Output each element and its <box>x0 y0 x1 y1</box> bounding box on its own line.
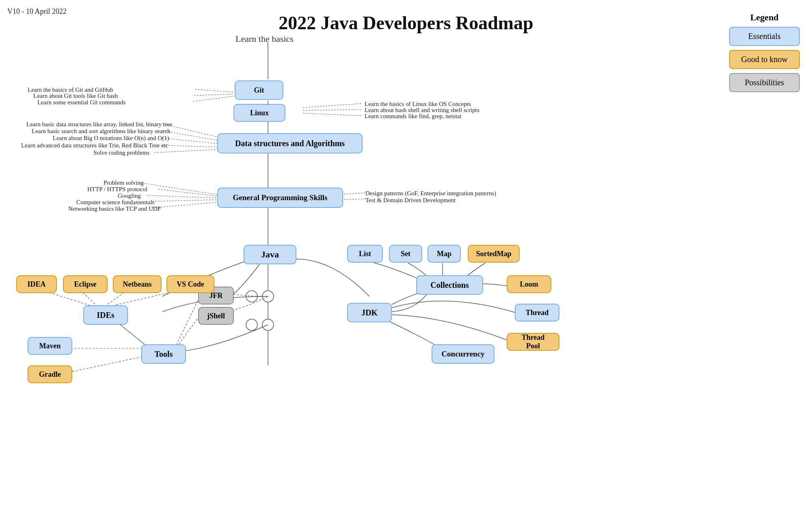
svg-line-13 <box>175 298 199 348</box>
git-label-2: Learn about Git tools like Git bash <box>33 93 118 99</box>
general-right-label-2: Test & Domain Driven Development <box>365 197 456 204</box>
svg-line-12 <box>63 355 149 374</box>
svg-line-19 <box>303 110 361 110</box>
thread-node: Thread <box>515 304 559 322</box>
dsa-label-2: Learn basic search and sort algorithms l… <box>32 128 171 135</box>
idea-node: IDEA <box>16 275 57 293</box>
general-right-label-1: Design patterns (GoF, Enterprise integra… <box>365 190 496 197</box>
svg-point-33 <box>246 291 257 302</box>
collections-node: Collections <box>416 275 483 295</box>
linux-node: Linux <box>233 104 285 122</box>
jshell-node: jShell <box>198 307 234 325</box>
set-node: Set <box>389 245 422 263</box>
general-label-5: Networking basics like TCP and UDP <box>68 205 161 212</box>
tools-node: Tools <box>141 344 186 364</box>
dsa-node: Data structures and Algorithms <box>217 133 363 153</box>
git-node: Git <box>235 80 283 100</box>
netbeans-node: Netbeans <box>113 275 162 293</box>
eclipse-node: Eclipse <box>63 275 108 293</box>
legend: Legend Essentials Good to know Possibili… <box>729 12 800 96</box>
list-node: List <box>347 245 383 263</box>
map-node: Map <box>428 245 461 263</box>
legend-possibilities: Possibilities <box>729 73 800 92</box>
svg-line-16 <box>194 94 234 95</box>
connection-lines <box>0 0 812 529</box>
svg-line-23 <box>162 138 218 144</box>
dsa-label-5: Solve coding problems <box>93 149 149 156</box>
svg-line-18 <box>303 104 361 108</box>
svg-line-6 <box>45 291 93 307</box>
git-label-3: Learn some essential Git commands <box>37 99 125 106</box>
svg-point-38 <box>262 291 274 302</box>
maven-node: Maven <box>28 337 72 355</box>
learn-basics-label: Learn the basics <box>235 34 294 44</box>
svg-line-26 <box>140 183 218 195</box>
sortedmap-node: SortedMap <box>468 245 520 263</box>
general-programming-node: General Programming Skills <box>217 188 343 208</box>
general-label-1: Problem solving <box>104 179 144 186</box>
svg-line-20 <box>303 113 361 116</box>
java-node: Java <box>244 245 296 264</box>
svg-line-15 <box>195 89 234 92</box>
general-label-4: Computer science fundamentals <box>76 199 154 206</box>
svg-line-17 <box>193 96 234 101</box>
svg-point-34 <box>246 319 257 330</box>
concurrency-node: Concurrency <box>432 344 495 364</box>
legend-title: Legend <box>729 12 800 23</box>
gradle-node: Gradle <box>28 365 72 383</box>
legend-good-to-know: Good to know <box>729 50 800 69</box>
vscode-node: VS Code <box>166 275 214 293</box>
main-title: 2022 Java Developers Roadmap <box>279 12 533 34</box>
ides-node: IDEs <box>83 305 128 325</box>
dsa-label-4: Learn advanced data structures like Trie… <box>21 142 168 149</box>
svg-line-25 <box>154 149 218 153</box>
dsa-label-3: Learn about Big O notations like O(n) an… <box>53 135 169 142</box>
svg-line-7 <box>81 291 97 307</box>
svg-line-22 <box>162 131 218 140</box>
svg-line-29 <box>152 200 218 201</box>
jdk-node: JDK <box>347 303 392 322</box>
loom-node: Loom <box>507 275 551 293</box>
svg-line-30 <box>152 202 218 208</box>
general-label-2: HTTP / HTTPS protocol <box>87 186 147 193</box>
version-label: V10 - 10 April 2022 <box>7 7 67 16</box>
svg-point-39 <box>262 319 274 330</box>
svg-line-24 <box>162 145 218 147</box>
svg-line-28 <box>146 195 218 198</box>
svg-line-8 <box>105 291 126 307</box>
general-label-3: Googling <box>118 192 141 199</box>
dsa-label-1: Learn basic data structures like array, … <box>26 121 172 128</box>
thread-pool-node: Thread Pool <box>507 333 559 351</box>
svg-line-27 <box>158 189 218 196</box>
legend-essentials: Essentials <box>729 27 800 46</box>
svg-line-9 <box>109 291 175 307</box>
linux-label-3: Learn commands like find, grep, netstat <box>365 113 462 120</box>
